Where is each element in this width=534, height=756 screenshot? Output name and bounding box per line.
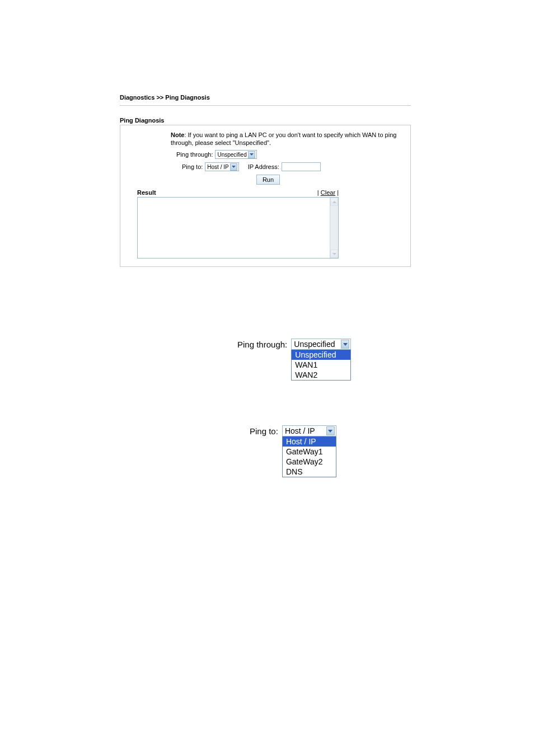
ping-diagnosis-panel: Note: If you want to ping a LAN PC or yo… [120,125,411,267]
ping-through-label: Ping through: [176,151,213,158]
ping-through-demo-list[interactable]: Unspecified WAN1 WAN2 [291,350,351,381]
note-body: : If you want to ping a LAN PC or you do… [171,132,396,146]
scroll-up-icon[interactable] [330,198,338,206]
ping-through-demo-label: Ping through: [237,340,287,349]
chevron-down-icon [230,163,237,171]
ping-through-demo-select[interactable]: Unspecified [291,339,351,350]
ip-address-label: IP Address: [248,163,279,170]
ping-to-select[interactable]: Host / IP [205,162,238,171]
dropdown-option[interactable]: Unspecified [292,350,350,360]
ping-to-value: Host / IP [207,164,228,170]
ping-to-label: Ping to: [182,163,203,170]
scrollbar[interactable] [330,198,338,258]
chevron-down-icon [341,340,349,349]
ping-to-demo-value: Host / IP [285,426,325,435]
ip-address-input[interactable] [282,162,321,171]
result-header-row: Result | Clear | [137,189,339,196]
dropdown-option[interactable]: DNS [283,467,336,477]
clear-wrap: | Clear | [317,189,339,196]
scroll-down-icon[interactable] [330,250,338,258]
ping-to-demo-label: Ping to: [250,426,278,436]
dropdown-option[interactable]: WAN1 [292,360,350,370]
ping-through-demo-value: Unspecified [294,340,340,349]
ping-to-demo-list[interactable]: Host / IP GateWay1 GateWay2 DNS [282,436,336,477]
ping-through-dropdown-demo: Ping through: Unspecified Unspecified WA… [237,339,351,381]
ping-through-select[interactable]: Unspecified [215,150,256,159]
dropdown-option[interactable]: Host / IP [283,436,336,447]
note-label: Note [171,132,184,138]
result-label: Result [137,189,156,196]
ping-to-dropdown-demo: Ping to: Host / IP Host / IP GateWay1 Ga… [250,425,336,477]
ping-to-demo-select[interactable]: Host / IP [282,425,336,436]
clear-link[interactable]: Clear [321,189,335,196]
ping-through-row: Ping through: Unspecified [176,150,399,159]
breadcrumb: Diagnostics >> Ping Diagnosis [120,94,534,101]
dropdown-option[interactable]: GateWay1 [283,447,336,457]
section-title: Ping Diagnosis [120,117,534,124]
result-textarea[interactable] [137,197,339,259]
ping-to-row: Ping to: Host / IP IP Address: [182,162,399,171]
divider [120,105,411,106]
dropdown-option[interactable]: WAN2 [292,370,350,380]
dropdown-option[interactable]: GateWay2 [283,457,336,467]
clear-right: | [335,189,339,196]
chevron-down-icon [326,426,335,435]
note-text: Note: If you want to ping a LAN PC or yo… [171,131,399,147]
chevron-down-icon [248,151,255,158]
ping-through-value: Unspecified [217,152,246,158]
run-button[interactable]: Run [256,175,280,185]
